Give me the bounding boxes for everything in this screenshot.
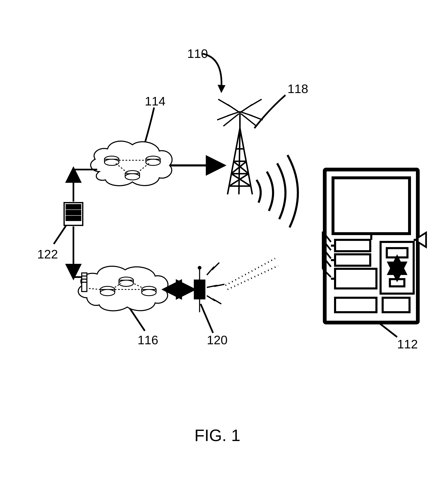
svg-rect-71 bbox=[335, 298, 376, 312]
mobile-device-112 bbox=[323, 170, 426, 323]
svg-point-21 bbox=[142, 289, 156, 296]
leader-120 bbox=[201, 304, 213, 333]
cloud-upper-114 bbox=[91, 141, 172, 186]
svg-point-8 bbox=[125, 174, 140, 180]
cloud-lower-116 bbox=[78, 266, 168, 311]
svg-rect-56 bbox=[333, 178, 409, 234]
svg-rect-69 bbox=[390, 279, 404, 286]
label-110: 110 bbox=[187, 47, 208, 61]
svg-rect-65 bbox=[335, 254, 370, 266]
svg-line-47 bbox=[231, 174, 251, 186]
svg-point-53 bbox=[198, 267, 201, 269]
figure-caption: FIG. 1 bbox=[194, 426, 240, 445]
leader-112 bbox=[379, 323, 397, 337]
cell-tower-118 bbox=[217, 99, 298, 228]
label-114: 114 bbox=[145, 94, 166, 108]
label-120: 120 bbox=[207, 333, 227, 347]
label-112: 112 bbox=[397, 337, 418, 351]
access-point-120 bbox=[194, 259, 278, 312]
svg-rect-66 bbox=[335, 269, 376, 288]
svg-rect-68 bbox=[387, 248, 407, 257]
svg-rect-64 bbox=[335, 240, 370, 251]
svg-rect-30 bbox=[66, 205, 81, 209]
label-122: 122 bbox=[37, 247, 58, 261]
svg-point-24 bbox=[119, 280, 133, 286]
label-118: 118 bbox=[288, 82, 308, 96]
svg-rect-31 bbox=[66, 211, 81, 215]
server-122 bbox=[64, 203, 83, 225]
svg-rect-51 bbox=[194, 280, 205, 299]
svg-rect-72 bbox=[383, 298, 409, 312]
svg-rect-32 bbox=[66, 216, 81, 220]
label-116: 116 bbox=[138, 333, 158, 347]
svg-point-18 bbox=[100, 289, 115, 296]
